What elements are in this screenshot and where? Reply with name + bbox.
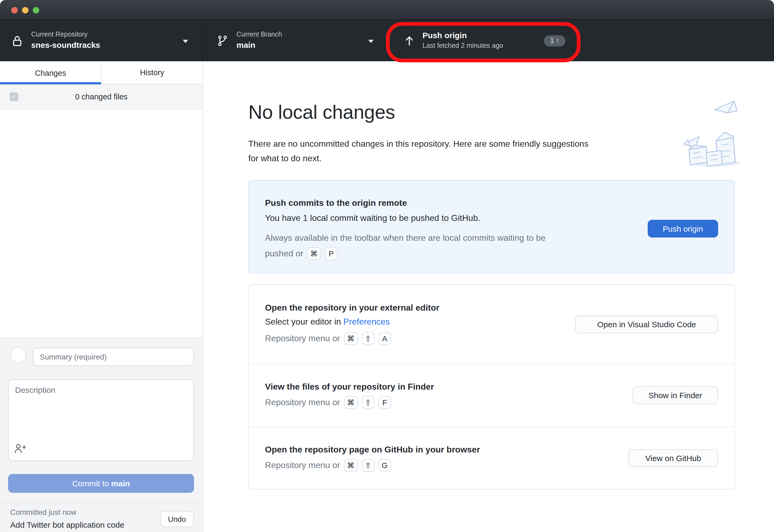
suggestion-title: Open the repository page on GitHub in yo… — [265, 445, 480, 454]
menu-hint-text: Repository menu or — [265, 460, 340, 470]
open-in-vscode-button[interactable]: Open in Visual Studio Code — [575, 315, 718, 333]
commit-button-prefix: Commit to — [72, 479, 109, 488]
last-commit-message: Add Twitter bot application code — [10, 520, 124, 529]
page-intro: There are no uncommitted changes in this… — [248, 136, 589, 166]
push-card-body: You have 1 local commit waiting to be pu… — [265, 213, 480, 223]
kbd-command: ⌘ — [344, 332, 358, 345]
minimize-button[interactable] — [22, 7, 28, 13]
kbd-a: A — [378, 332, 391, 345]
zoom-button[interactable] — [33, 7, 39, 13]
divider — [0, 504, 203, 504]
titlebar — [0, 0, 774, 20]
menu-hint-text: Repository menu or — [265, 397, 340, 407]
view-on-github-button[interactable]: View on GitHub — [628, 449, 718, 467]
suggestion-subtitle-text: Select your editor in — [265, 317, 343, 326]
chevron-down-icon — [368, 39, 374, 43]
kbd-g: G — [378, 459, 391, 472]
lock-icon — [12, 35, 23, 46]
paper-stack-illustration — [684, 98, 743, 170]
push-card-hint-line1: Always available in the toolbar when the… — [265, 233, 546, 243]
kbd-command: ⌘ — [344, 459, 358, 472]
main-content: No local changes There are no uncommitte… — [203, 61, 774, 532]
sidebar-tabs: Changes History — [0, 61, 203, 84]
tab-history[interactable]: History — [101, 61, 203, 84]
description-input[interactable] — [8, 379, 194, 461]
last-fetched-text: Last fetched 2 minutes ago — [422, 42, 503, 50]
suggestions-card: Open the repository in your external edi… — [248, 284, 735, 490]
branch-name: main — [237, 40, 282, 51]
ahead-count-badge: 1 ↑ — [544, 35, 565, 46]
push-origin-button[interactable]: Push origin — [648, 220, 718, 238]
push-origin-title: Push origin — [422, 31, 503, 41]
kbd-command: ⌘ — [344, 396, 358, 409]
sidebar: Changes History ✓ 0 changed files — [0, 61, 203, 532]
menu-hint-text: Repository menu or — [265, 334, 340, 343]
current-repository-dropdown[interactable]: Current Repository snes-soundtracks — [0, 20, 203, 61]
suggestion-row-github: Open the repository page on GitHub in yo… — [249, 427, 734, 489]
close-button[interactable] — [11, 7, 18, 13]
traffic-lights — [11, 7, 39, 13]
avatar — [10, 347, 26, 363]
kbd-command: ⌘ — [307, 247, 321, 260]
intro-line-2: for what to do next. — [248, 151, 589, 166]
description-field-wrap — [8, 379, 194, 461]
suggestion-shortcut: Repository menu or ⌘ ⇧ F — [265, 396, 434, 409]
kbd-shift: ⇧ — [361, 396, 374, 409]
select-all-checkbox[interactable]: ✓ — [10, 92, 18, 101]
push-card-title: Push commits to the origin remote — [265, 198, 407, 208]
suggestion-shortcut: Repository menu or ⌘ ⇧ A — [265, 332, 439, 345]
undo-button[interactable]: Undo — [160, 511, 194, 527]
git-branch-icon — [217, 35, 228, 46]
add-coauthor-icon[interactable] — [14, 443, 27, 456]
current-branch-dropdown[interactable]: Current Branch main — [203, 20, 388, 61]
kbd-p: P — [325, 247, 338, 260]
summary-input[interactable] — [33, 348, 194, 366]
push-suggestion-card: Push commits to the origin remote You ha… — [248, 180, 735, 274]
preferences-link[interactable]: Preferences — [343, 317, 390, 326]
chevron-down-icon — [183, 39, 188, 43]
repository-label: Current Repository — [31, 31, 100, 39]
push-card-hint-line2: pushed or ⌘ P — [265, 247, 338, 260]
changed-files-count: 0 changed files — [0, 92, 203, 101]
suggestion-row-external-editor: Open the repository in your external edi… — [249, 285, 734, 364]
toolbar: Current Repository snes-soundtracks Curr… — [0, 20, 774, 61]
commit-button-branch: main — [111, 479, 130, 488]
branch-label: Current Branch — [237, 31, 282, 39]
kbd-f: F — [378, 396, 391, 409]
arrow-up-icon — [405, 35, 414, 46]
github-desktop-window: Current Repository snes-soundtracks Curr… — [0, 0, 774, 532]
page-title: No local changes — [248, 101, 395, 124]
commit-status-text: Committed just now — [10, 508, 76, 516]
suggestion-row-finder: View the files of your repository in Fin… — [249, 364, 734, 427]
push-origin-toolbar-button[interactable]: Push origin Last fetched 2 minutes ago 1… — [388, 20, 581, 61]
commit-form: Commit to main Committed just now Add Tw… — [0, 337, 203, 532]
push-card-hint-text: pushed or — [265, 249, 303, 258]
kbd-shift: ⇧ — [361, 332, 374, 345]
suggestion-subtitle: Select your editor in Preferences — [265, 317, 439, 327]
kbd-shift: ⇧ — [361, 459, 374, 472]
suggestion-shortcut: Repository menu or ⌘ ⇧ G — [265, 459, 480, 472]
tab-changes[interactable]: Changes — [0, 61, 101, 84]
changed-files-row: ✓ 0 changed files — [0, 84, 203, 110]
repository-name: snes-soundtracks — [31, 40, 100, 51]
commit-to-main-button[interactable]: Commit to main — [8, 474, 194, 493]
suggestion-title: Open the repository in your external edi… — [265, 303, 439, 313]
show-in-finder-button[interactable]: Show in Finder — [633, 386, 718, 404]
intro-line-1: There are no uncommitted changes in this… — [248, 136, 589, 151]
suggestion-title: View the files of your repository in Fin… — [265, 382, 434, 391]
